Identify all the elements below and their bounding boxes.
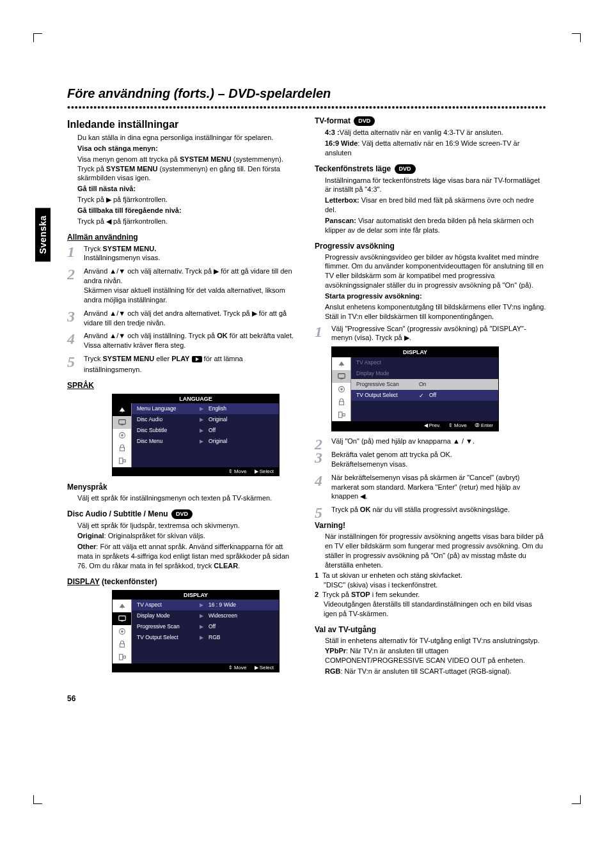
osd-row: TV Aspect [351, 357, 498, 368]
manual-page: Svenska Före användning (forts.) – DVD-s… [35, 32, 579, 799]
heading-tvformat: TV-format DVD [315, 116, 547, 126]
osd-title: DISPLAY [332, 347, 498, 357]
svg-rect-3 [121, 424, 123, 425]
osd-footer: ⇕ Move▶ Select [113, 467, 279, 476]
lock-icon [113, 638, 131, 651]
screen-icon [113, 416, 131, 429]
svg-rect-16 [123, 656, 125, 658]
audio-icon [332, 383, 350, 396]
varning-step-2b: Videoutgången återställs till standardin… [324, 600, 547, 619]
svg-rect-17 [341, 365, 342, 367]
svg-rect-1 [122, 410, 122, 412]
heading-tecken: Teckenfönstrets läge DVD [315, 164, 547, 174]
svg-rect-23 [338, 412, 342, 418]
heading-sprak: SPRÅK [67, 381, 94, 390]
visa-heading: Visa och stänga menyn: [77, 144, 158, 152]
varning-step-2: 2 Tryck på STOP i fem sekunder. [315, 590, 547, 600]
intro-text: Du kan ställa in dina egna personliga in… [77, 133, 299, 143]
tvoutput-ypbpr: YPbPr: När TV:n är ansluten till uttagen… [325, 646, 547, 665]
heading-allman: Allmän användning [67, 233, 138, 242]
varning-step-1: 1 Ta ut skivan ur enheten och stäng skiv… [315, 571, 547, 580]
heading-progressiv: Progressiv avsökning [315, 242, 395, 251]
osd-display-menu: DISPLAY TV Aspect▶16 : 9 Wide [112, 590, 279, 672]
tecken-p1: Inställningarna för teckenfönstrets läge… [325, 176, 547, 195]
osd-footer: ◀ Prev.⇕ Move⦿ Enter [332, 421, 498, 431]
svg-rect-19 [340, 379, 343, 380]
osd-row: Progressive Scan▶Off [132, 621, 279, 632]
dvd-badge: DVD [354, 116, 375, 126]
prog-start-text: Anslut enhetens komponentutgång till bil… [325, 302, 547, 322]
screen-icon [332, 370, 350, 383]
varning-text: När inställningen för progressiv avsökni… [325, 532, 547, 570]
svg-rect-7 [119, 458, 122, 463]
discaudio-other: Other: För att välja ett annat språk. An… [77, 542, 299, 571]
dvd-badge: DVD [171, 509, 193, 519]
discaudio-original: Original: Originalspråket för skivan väl… [77, 531, 299, 541]
osd-footer: ⇕ Move▶ Select [113, 663, 279, 672]
svg-rect-9 [122, 607, 122, 609]
menysprak-text: Välj ett språk för inställningsmenyn och… [77, 493, 299, 503]
svg-rect-11 [121, 621, 123, 621]
svg-rect-6 [120, 447, 124, 451]
lock-icon [332, 396, 350, 408]
tvoutput-text: Ställ in enhetens alternativ för TV-utgå… [325, 636, 547, 646]
progressiv-text: Progressiv avsökningsvideo ger bilder av… [325, 252, 547, 290]
tecken-letterbox: Letterbox: Visar en bred bild med fält p… [325, 196, 547, 215]
prog-start-heading: Starta progressiv avsökning: [325, 292, 422, 300]
left-column: Inledande inställningar Du kan ställa in… [67, 116, 299, 679]
osd-row: TV Output Select ✓Off [351, 390, 498, 401]
osd-row-highlight: Progressive ScanOn [351, 379, 498, 390]
speaker-icon [113, 454, 131, 467]
dvd-badge: DVD [395, 164, 416, 174]
audio-icon [113, 625, 131, 638]
svg-rect-18 [338, 374, 345, 378]
heading-tvoutput: Val av TV-utgång [315, 625, 376, 634]
svg-point-21 [340, 389, 343, 391]
discaudio-p1: Välj ett språk för ljudspår, textremsa o… [77, 521, 299, 531]
svg-rect-24 [342, 414, 345, 417]
tvoutput-rgb: RGB: När TV:n är ansluten till SCART-utt… [325, 667, 547, 676]
ganasta-text: Tryck på ▶ på fjärrkontrollen. [77, 195, 299, 205]
osd-title: DISPLAY [113, 591, 279, 600]
title-divider: ••••••••••••••••••••••••••••••••••••••••… [67, 102, 547, 111]
osd-icon-column [113, 403, 132, 467]
progressiv-steps: 1Välj "Progressive Scan" (progressiv avs… [315, 324, 547, 515]
svg-rect-22 [339, 401, 343, 405]
gatillbaka-heading: Gå tillbaka till föregående nivå: [77, 206, 182, 214]
osd-row: TV Aspect▶16 : 9 Wide [132, 600, 279, 610]
allman-steps: 1 Tryck SYSTEM MENU. Inställningsmenyn v… [67, 244, 299, 375]
right-column: TV-format DVD 4:3 :Välj detta alternativ… [315, 116, 547, 679]
svg-rect-10 [118, 616, 125, 620]
svg-rect-15 [119, 654, 122, 660]
osd-row: Disc Menu▶Original [132, 436, 279, 447]
osd-title: LANGUAGE [113, 394, 279, 403]
heading-menysprak: Menyspråk [67, 483, 107, 492]
tvformat-169: 16:9 Wide: Välj detta alternativ när en … [325, 139, 547, 158]
svg-point-13 [121, 630, 123, 633]
speaker-icon [332, 408, 350, 421]
globe-icon [113, 403, 131, 416]
osd-display-menu-progscan: DISPLAY TV Aspect [331, 346, 499, 431]
screen-icon [113, 612, 131, 625]
lock-icon [113, 442, 131, 454]
tecken-panscan: Panscan: Visar automatiskt den breda bil… [325, 216, 547, 235]
heading-display: DISPLAY (teckenfönster) [67, 577, 299, 586]
osd-row: Display Mode▶Widescreen [132, 610, 279, 621]
gatillbaka-text: Tryck på ◀ på fjärrkontrollen. [77, 217, 299, 226]
ganasta-heading: Gå till nästa nivå: [77, 185, 136, 192]
heading-discaudio: Disc Audio / Subtitle / Menu DVD [67, 509, 299, 519]
globe-icon [113, 600, 131, 612]
page-number: 56 [67, 694, 547, 703]
svg-rect-2 [118, 419, 125, 424]
osd-row: Disc Audio▶Original [132, 414, 279, 425]
svg-rect-14 [120, 644, 124, 647]
osd-row: Disc Subtitle▶Off [132, 425, 279, 436]
svg-point-5 [121, 434, 123, 437]
osd-icon-column [113, 600, 132, 663]
osd-language-menu: LANGUAGE Menu Language▶English [112, 394, 279, 476]
osd-row: TV Output Select▶RGB [132, 632, 279, 643]
osd-row: Menu Language▶English [132, 403, 279, 414]
osd-icon-column [332, 357, 351, 421]
audio-icon [113, 429, 131, 442]
osd-row: Display Mode [351, 368, 498, 379]
